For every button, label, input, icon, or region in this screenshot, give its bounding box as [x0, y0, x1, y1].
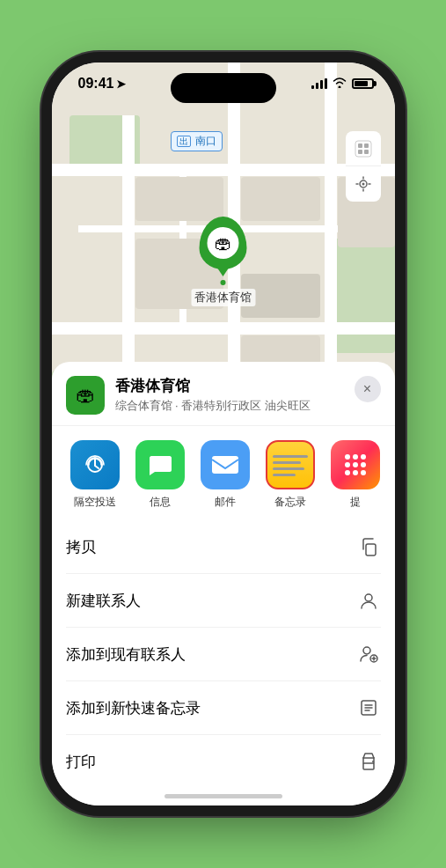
location-button[interactable] — [346, 166, 381, 202]
action-print[interactable]: 打印 — [66, 735, 381, 788]
map-pin: 🏟 香港体育馆 — [191, 217, 255, 306]
svg-rect-8 — [212, 456, 238, 474]
airdrop-icon-wrap — [70, 440, 120, 489]
notes-line-3 — [273, 467, 304, 470]
map-controls — [346, 131, 381, 202]
signal-icon — [311, 78, 327, 89]
new-contact-icon — [356, 588, 381, 613]
status-icons — [311, 77, 374, 91]
dynamic-island — [171, 73, 276, 103]
notes-icon-wrap — [266, 440, 315, 489]
action-list: 拷贝 新建联系人 — [66, 520, 381, 788]
location-icon: ➤ — [116, 77, 126, 91]
pin-body: 🏟 — [200, 217, 247, 269]
venue-name: 香港体育馆 — [115, 376, 344, 396]
svg-rect-0 — [355, 141, 371, 157]
svg-point-10 — [365, 594, 372, 601]
add-contact-label: 添加到现有联系人 — [66, 644, 186, 665]
bottom-sheet: 🏟 香港体育馆 综合体育馆 · 香港特别行政区 油尖旺区 × — [52, 362, 395, 805]
share-messages[interactable]: 信息 — [128, 440, 193, 510]
svg-rect-14 — [363, 763, 374, 769]
more-dot-row-2 — [345, 462, 366, 467]
svg-rect-4 — [364, 150, 369, 154]
quick-note-label: 添加到新快速备忘录 — [66, 698, 201, 718]
svg-point-6 — [362, 183, 364, 186]
more-dot — [345, 462, 350, 467]
action-new-contact[interactable]: 新建联系人 — [66, 574, 381, 628]
print-label: 打印 — [66, 752, 96, 772]
share-row: 隔空投送 信息 邮件 — [52, 426, 395, 520]
notes-line-2 — [273, 461, 301, 464]
messages-label: 信息 — [150, 495, 171, 510]
wifi-icon — [333, 77, 347, 91]
more-dot-row-3 — [345, 470, 366, 475]
more-dot — [353, 470, 358, 475]
clock: 09:41 — [78, 76, 114, 92]
exit-prefix: 出 — [177, 136, 191, 147]
more-dot — [361, 470, 366, 475]
more-dot — [353, 462, 358, 467]
print-icon — [356, 749, 381, 774]
quick-note-icon — [356, 695, 381, 720]
airdrop-label: 隔空投送 — [74, 495, 116, 510]
more-icon-wrap — [331, 440, 380, 489]
venue-header: 🏟 香港体育馆 综合体育馆 · 香港特别行政区 油尖旺区 × — [52, 362, 395, 426]
home-indicator — [165, 794, 282, 798]
more-dot — [345, 470, 350, 475]
more-dot — [345, 454, 350, 460]
mail-label: 邮件 — [215, 495, 236, 510]
exit-name: 南口 — [195, 135, 216, 147]
share-mail[interactable]: 邮件 — [193, 440, 258, 510]
svg-point-11 — [363, 647, 370, 654]
copy-icon — [356, 534, 381, 559]
messages-icon-wrap — [135, 440, 185, 489]
more-dot — [361, 462, 366, 467]
notes-line-4 — [273, 474, 296, 476]
notes-lines — [267, 450, 313, 480]
more-dot-row-1 — [345, 454, 366, 460]
share-airdrop[interactable]: 隔空投送 — [62, 440, 128, 510]
notes-label: 备忘录 — [274, 495, 306, 510]
venue-icon: 🏟 — [66, 376, 105, 415]
more-dot — [361, 454, 366, 460]
svg-rect-2 — [364, 143, 369, 148]
svg-rect-3 — [358, 150, 362, 154]
pin-icon: 🏟 — [208, 227, 239, 259]
phone-frame: 09:41 ➤ — [52, 63, 395, 805]
close-button[interactable]: × — [355, 376, 381, 402]
share-more[interactable]: 提 — [323, 440, 388, 510]
notes-line-1 — [273, 455, 308, 458]
venue-description: 综合体育馆 · 香港特别行政区 油尖旺区 — [115, 398, 344, 414]
map-layer-button[interactable] — [346, 131, 381, 166]
status-time: 09:41 ➤ — [78, 76, 127, 92]
pin-dot — [221, 280, 226, 285]
add-contact-icon — [356, 642, 381, 666]
mail-icon-wrap — [201, 440, 250, 489]
pin-label: 香港体育馆 — [191, 289, 255, 306]
svg-point-15 — [372, 761, 374, 762]
svg-rect-9 — [366, 544, 376, 555]
venue-info: 香港体育馆 综合体育馆 · 香港特别行政区 油尖旺区 — [115, 376, 344, 414]
battery-icon — [352, 78, 374, 89]
action-add-contact[interactable]: 添加到现有联系人 — [66, 628, 381, 681]
share-notes[interactable]: 备忘录 — [258, 440, 323, 510]
svg-rect-1 — [358, 143, 362, 148]
more-dot — [353, 454, 358, 460]
copy-label: 拷贝 — [66, 537, 96, 557]
more-label: 提 — [350, 495, 361, 510]
new-contact-label: 新建联系人 — [66, 591, 141, 611]
more-dots — [345, 454, 366, 475]
action-quick-note[interactable]: 添加到新快速备忘录 — [66, 681, 381, 735]
map-exit-label: 出 南口 — [171, 131, 223, 151]
action-copy[interactable]: 拷贝 — [66, 520, 381, 574]
